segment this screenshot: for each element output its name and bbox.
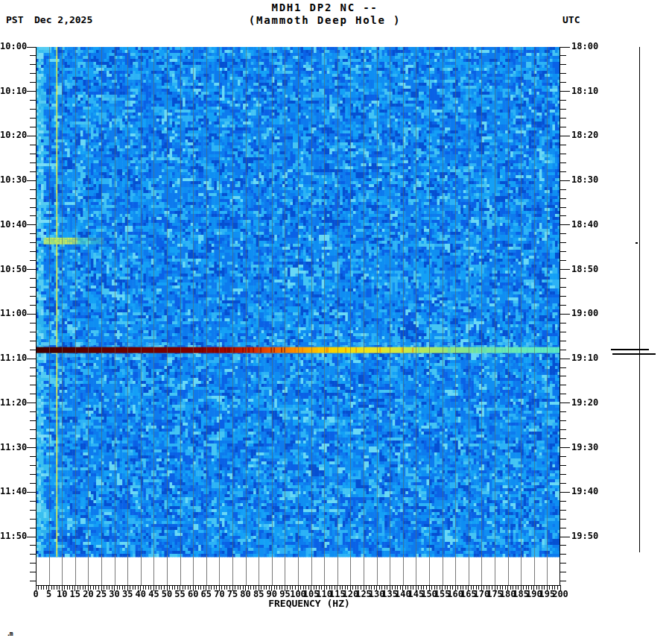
left-axis-minor-tick: [30, 100, 36, 101]
right-axis-minor-tick: [560, 305, 566, 306]
right-axis-minor-tick: [560, 260, 566, 261]
right-axis-minor-tick: [560, 332, 566, 332]
left-axis-label: 10:50: [0, 265, 25, 274]
right-axis-label: 19:00: [571, 309, 598, 318]
left-axis-minor-tick: [30, 64, 36, 65]
left-axis-minor-tick: [30, 233, 36, 234]
right-axis-label: 18:00: [571, 42, 598, 51]
right-axis-minor-tick: [560, 287, 566, 288]
corner-mark: .m: [7, 631, 13, 637]
left-axis-label: 10:00: [0, 42, 25, 51]
right-axis-major-tick: [560, 447, 570, 448]
left-axis-label: 11:20: [0, 398, 25, 408]
left-axis-minor-tick: [30, 501, 36, 502]
right-axis-minor-tick: [560, 109, 566, 110]
left-axis-minor-tick: [30, 572, 36, 572]
right-axis-label: 18:30: [571, 175, 598, 185]
left-axis-minor-tick: [30, 207, 36, 208]
left-axis-minor-tick: [30, 341, 36, 341]
right-axis-label: 18:40: [571, 220, 598, 230]
right-axis-minor-tick: [560, 411, 566, 412]
right-axis-minor-tick: [560, 474, 566, 475]
left-axis-label: 10:30: [0, 175, 25, 185]
right-axis-major-tick: [560, 47, 570, 48]
left-axis-major-tick: [27, 47, 36, 48]
right-axis-minor-tick: [560, 162, 566, 163]
left-axis-label: 11:00: [0, 309, 25, 318]
left-axis-major-tick: [27, 537, 36, 537]
x-axis-title: FREQUENCY (HZ): [268, 598, 350, 609]
right-axis-minor-tick: [560, 323, 566, 323]
left-axis-minor-tick: [30, 118, 36, 119]
left-axis-minor-tick: [30, 127, 36, 127]
right-axis-label: 19:40: [571, 487, 598, 496]
right-axis-minor-tick: [560, 198, 566, 199]
right-axis-major-tick: [560, 180, 570, 181]
x-axis-tick-label: 200: [549, 589, 571, 599]
left-axis-minor-tick: [30, 385, 36, 385]
left-axis-minor-tick: [30, 483, 36, 484]
right-axis-minor-tick: [560, 581, 566, 581]
left-axis-minor-tick: [30, 465, 36, 466]
left-axis-major-tick: [27, 314, 36, 315]
right-axis-minor-tick: [560, 64, 566, 65]
left-axis-minor-tick: [30, 581, 36, 581]
right-axis-minor-tick: [560, 350, 566, 350]
left-axis-minor-tick: [30, 109, 36, 110]
left-axis-major-tick: [27, 269, 36, 270]
right-axis-minor-tick: [560, 510, 566, 511]
right-axis-minor-tick: [560, 438, 566, 439]
left-axis-major-tick: [27, 402, 36, 403]
right-axis-minor-tick: [560, 394, 566, 394]
waveform-trace-spike: [612, 353, 656, 355]
right-axis-minor-tick: [560, 118, 566, 119]
right-axis-minor-tick: [560, 528, 566, 528]
waveform-trace-line: [639, 47, 640, 552]
left-axis-major-tick: [27, 136, 36, 136]
right-axis-minor-tick: [560, 429, 566, 430]
left-axis-major-tick: [27, 91, 36, 92]
right-axis-label: 19:10: [571, 353, 598, 363]
right-axis-minor-tick: [560, 145, 566, 145]
right-axis-major-tick: [560, 136, 570, 136]
right-axis-minor-tick: [560, 367, 566, 368]
left-axis-label: 10:20: [0, 130, 25, 140]
left-axis-major-tick: [27, 447, 36, 448]
left-axis-minor-tick: [30, 367, 36, 368]
right-axis-minor-tick: [560, 554, 566, 555]
left-axis-minor-tick: [30, 474, 36, 475]
left-axis-minor-tick: [30, 554, 36, 555]
right-axis-minor-tick: [560, 189, 566, 190]
right-axis-major-tick: [560, 269, 570, 270]
waveform-trace-blip: [635, 242, 638, 244]
right-axis-label: 19:20: [571, 398, 598, 408]
right-axis-minor-tick: [560, 233, 566, 234]
left-axis-minor-tick: [30, 278, 36, 279]
spectrogram-plot: 10:0018:0010:1018:1010:2018:2010:3018:30…: [0, 0, 672, 644]
right-axis-minor-tick: [560, 207, 566, 208]
right-axis-minor-tick: [560, 278, 566, 279]
right-axis-minor-tick: [560, 341, 566, 341]
right-axis-minor-tick: [560, 545, 566, 546]
left-axis-minor-tick: [30, 296, 36, 297]
left-axis-minor-tick: [30, 429, 36, 430]
right-axis-major-tick: [560, 359, 570, 359]
left-axis-minor-tick: [30, 73, 36, 74]
left-axis-minor-tick: [30, 456, 36, 457]
left-axis-minor-tick: [30, 376, 36, 376]
left-axis-minor-tick: [30, 171, 36, 172]
right-axis-minor-tick: [560, 251, 566, 252]
waveform-trace-spike: [611, 349, 649, 350]
right-axis-minor-tick: [560, 100, 566, 101]
right-axis-minor-tick: [560, 242, 566, 243]
left-axis-label: 10:10: [0, 86, 25, 96]
right-axis-label: 18:20: [571, 130, 598, 140]
left-axis-minor-tick: [30, 510, 36, 511]
left-axis-minor-tick: [30, 154, 36, 154]
left-axis-minor-tick: [30, 305, 36, 306]
right-axis-minor-tick: [560, 420, 566, 421]
left-axis-minor-tick: [30, 350, 36, 350]
left-axis-major-tick: [27, 180, 36, 181]
left-axis-minor-tick: [30, 287, 36, 288]
spectrogram-canvas: [36, 47, 560, 585]
